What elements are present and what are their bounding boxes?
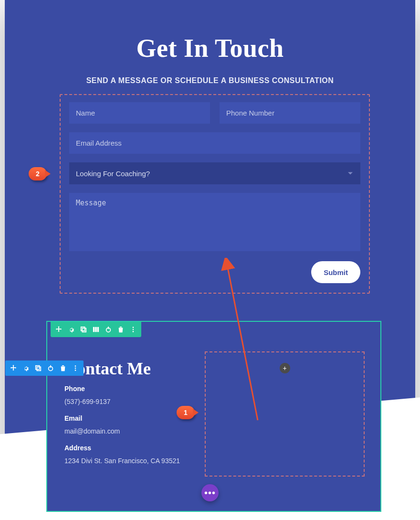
annotation-marker-2: 2 — [29, 167, 47, 180]
contact-me-row[interactable]: Contact Me Phone (537)-699-9137 Email ma… — [46, 321, 381, 512]
address-value: 1234 Divi St. San Francisco, CA 93521 — [64, 456, 180, 466]
row-toolbar — [51, 322, 141, 337]
svg-rect-1 — [81, 327, 85, 331]
svg-point-15 — [75, 365, 76, 367]
name-input[interactable] — [69, 102, 210, 124]
phone-label: Phone — [64, 384, 180, 394]
svg-point-8 — [133, 327, 134, 328]
message-textarea[interactable] — [69, 193, 360, 251]
contact-info: Phone (537)-699-9137 Email mail@domain.c… — [64, 384, 180, 466]
page-subtitle: SEND A MESSAGE OR SCHEDULE A BUSINESS CO… — [5, 76, 415, 85]
email-label: Email — [64, 414, 180, 424]
submit-button[interactable]: Submit — [311, 261, 360, 283]
svg-point-10 — [133, 331, 134, 332]
caret-down-icon — [348, 172, 353, 175]
coaching-select-label: Looking For Coaching? — [76, 170, 150, 178]
svg-rect-7 — [108, 327, 109, 329]
move-icon[interactable] — [10, 365, 17, 371]
svg-point-16 — [75, 368, 76, 369]
settings-icon[interactable] — [68, 326, 74, 333]
contact-form-module[interactable]: Looking For Coaching? Submit — [60, 94, 370, 294]
phone-input[interactable] — [220, 102, 360, 124]
power-icon[interactable] — [47, 365, 54, 371]
more-icon[interactable] — [72, 365, 79, 371]
power-icon[interactable] — [105, 326, 112, 333]
svg-rect-2 — [82, 328, 86, 332]
annotation-marker-1: 1 — [177, 406, 195, 419]
delete-icon[interactable] — [117, 326, 124, 333]
svg-point-17 — [75, 370, 76, 371]
module-toolbar — [5, 361, 84, 376]
email-value: mail@domain.com — [64, 426, 180, 436]
duplicate-icon[interactable] — [35, 365, 42, 371]
duplicate-icon[interactable] — [80, 326, 87, 333]
columns-icon[interactable] — [93, 326, 99, 333]
svg-rect-12 — [37, 367, 41, 371]
coaching-select[interactable]: Looking For Coaching? — [69, 162, 360, 184]
svg-rect-3 — [93, 327, 95, 332]
delete-icon[interactable] — [60, 365, 66, 371]
hero: Get In Touch SEND A MESSAGE OR SCHEDULE … — [5, 0, 415, 85]
add-module-button[interactable]: + — [280, 363, 290, 373]
settings-icon[interactable] — [22, 365, 29, 371]
more-icon[interactable] — [130, 326, 136, 333]
empty-column-dropzone[interactable]: + — [205, 351, 365, 477]
svg-rect-4 — [95, 327, 97, 332]
svg-rect-14 — [50, 365, 51, 368]
svg-rect-5 — [97, 327, 99, 332]
phone-value: (537)-699-9137 — [64, 397, 180, 407]
address-label: Address — [64, 443, 180, 453]
email-input[interactable] — [69, 132, 360, 154]
svg-rect-11 — [36, 366, 40, 370]
svg-point-9 — [133, 329, 134, 330]
page-title: Get In Touch — [5, 33, 415, 63]
move-icon[interactable] — [55, 326, 62, 333]
page-settings-fab[interactable]: ••• — [201, 484, 219, 501]
